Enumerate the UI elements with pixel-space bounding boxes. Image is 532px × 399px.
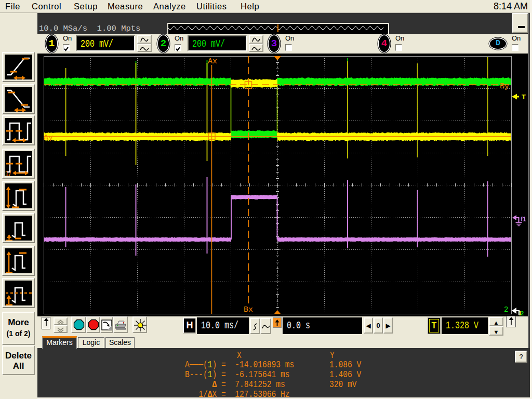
- svg-text:2: 2: [521, 310, 524, 316]
- svg-text:By: By: [500, 82, 509, 91]
- svg-text:2: 2: [504, 305, 508, 314]
- svg-text:T: T: [522, 93, 526, 101]
- svg-text:Ay: Ay: [44, 134, 53, 142]
- svg-text:f1: f1: [521, 216, 526, 223]
- svg-text:Ax: Ax: [208, 57, 217, 66]
- svg-text:Bx: Bx: [244, 305, 253, 314]
- svg-text:1/: 1/: [5, 169, 11, 176]
